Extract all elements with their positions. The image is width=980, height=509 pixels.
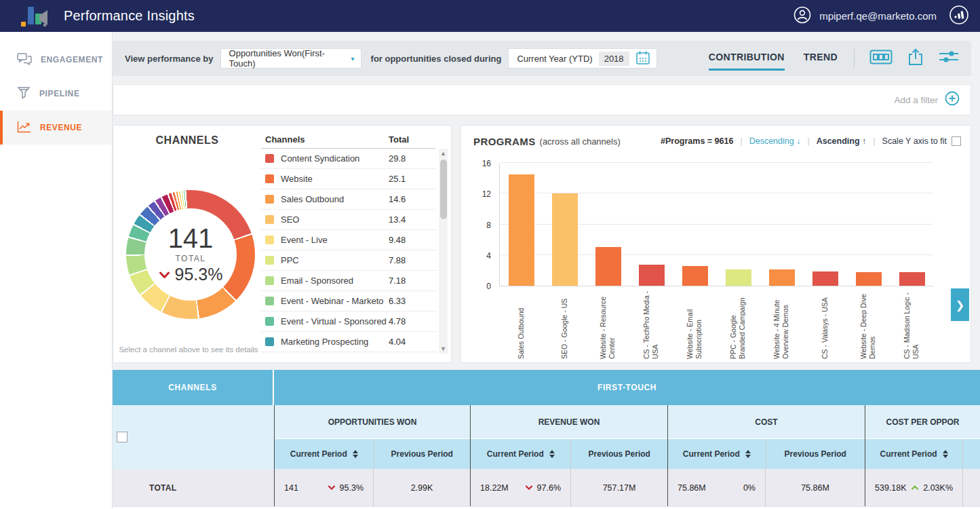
x-axis-label: Sales Outbound [517, 290, 526, 359]
sort-icon[interactable] [943, 450, 948, 458]
channels-donut-chart[interactable]: 141 TOTAL 95.3% [126, 190, 255, 319]
channels-panel: CHANNELS 141 TOTAL 95.3% Select a channe… [113, 125, 452, 363]
donut-total-value: 141 [168, 225, 214, 252]
channel-list-item[interactable]: Email - Sponsored 7.18 [261, 271, 436, 291]
user-email[interactable]: mpiperf.qe@marketo.com [819, 10, 937, 22]
arrow-up-icon: ↑ [862, 136, 866, 146]
marketo-logo-icon[interactable] [949, 5, 969, 28]
program-bar[interactable] [812, 271, 838, 286]
previous-period-header[interactable]: Previous Period [766, 439, 865, 469]
chevron-down-icon: ▾ [351, 55, 355, 62]
add-filter-label[interactable]: Add a filter [894, 95, 938, 105]
channel-color-chip [265, 235, 274, 244]
group-label: COST PER OPPOR [865, 405, 980, 439]
value-cell: 18.22M 97.6% [470, 469, 570, 506]
channel-list-item[interactable]: Content Syndication 29.8 [261, 149, 436, 169]
channel-list-item[interactable]: SEO 13.4 [261, 210, 436, 230]
program-bar[interactable] [856, 272, 882, 286]
toolbar-divider [854, 48, 855, 69]
channel-total: 4.78 [389, 316, 436, 326]
channels-list-scrollbar[interactable]: ▲ ▼ [439, 149, 448, 354]
donut-center: 141 TOTAL 95.3% [144, 208, 237, 301]
program-bar[interactable] [682, 266, 708, 286]
sidebar-item-engagement[interactable]: ENGAGEMENT [0, 43, 112, 77]
x-axis-label: Website - Resource Center [599, 290, 616, 359]
sort-icon[interactable] [745, 450, 751, 458]
channel-total: 7.88 [389, 255, 436, 265]
view-by-value: Opportunities Won(First-Touch) [229, 48, 351, 69]
channel-list-item[interactable]: Event - Virtual - Sponsored 4.78 [261, 312, 436, 332]
current-period-header[interactable]: Current Period [471, 439, 570, 469]
program-bar[interactable] [726, 269, 751, 286]
previous-period-header[interactable]: Previous Period [374, 439, 471, 469]
channel-list-item[interactable]: Event - Webinar - Marketo 6.33 [261, 291, 436, 312]
current-period-header[interactable]: Current Period [275, 439, 374, 469]
sidebar-item-label: ENGAGEMENT [41, 55, 103, 64]
program-bar[interactable] [899, 272, 925, 286]
add-filter-plus-icon[interactable] [945, 91, 960, 109]
card-view-icon[interactable] [869, 50, 893, 67]
program-bar[interactable] [769, 269, 795, 286]
sort-icon[interactable] [353, 450, 358, 458]
arrow-down-icon [525, 485, 533, 491]
value-cell: 757.17M [570, 469, 667, 506]
engagement-chat-icon [17, 53, 32, 67]
revenue-chart-icon [17, 121, 31, 135]
table-row-total[interactable]: TOTAL 141 95.3% 2.99K 18.22M 97.6% 757.1… [113, 469, 980, 506]
period-label: for opportunities closed during [371, 54, 502, 64]
cell-delta: 0% [743, 483, 756, 493]
current-period-header[interactable]: Current Period [668, 439, 766, 469]
channel-list-item[interactable]: Website 25.1 [261, 169, 436, 189]
sidebar-item-revenue[interactable]: REVENUE [0, 111, 112, 145]
value-cell-clipped [962, 469, 980, 506]
value-cell: 75.86M 0% [667, 469, 765, 506]
channel-color-chip [265, 174, 274, 183]
view-by-dropdown[interactable]: Opportunities Won(First-Touch) ▾ [220, 48, 361, 69]
filter-bar: Add a filter [113, 84, 971, 115]
channel-list-item[interactable]: Marketing Prospecting 4.04 [261, 332, 436, 352]
cell-value: 18.22M [480, 483, 509, 493]
chart-next-page-button[interactable]: ❯ [951, 288, 969, 321]
cell-value: 757.17M [603, 483, 636, 493]
cell-delta: 97.6% [537, 483, 561, 493]
period-dropdown[interactable]: Current Year (YTD) 2018 [508, 48, 656, 69]
y-axis-tick: 12 [471, 189, 491, 199]
channel-list-item[interactable]: PPC 7.88 [261, 250, 436, 271]
settings-sliders-icon[interactable] [939, 50, 959, 67]
x-axis-label: Website - 4 Minute Overview Demos [772, 290, 789, 359]
select-all-checkbox[interactable] [117, 432, 128, 442]
user-avatar-icon[interactable] [793, 6, 811, 26]
program-bar[interactable] [552, 193, 578, 286]
previous-period-header [962, 439, 980, 469]
programs-bar-chart: 0481216 Sales OutboundSEO - Google - USW… [461, 157, 972, 360]
calendar-icon[interactable] [635, 50, 650, 67]
previous-period-header[interactable]: Previous Period [570, 439, 667, 469]
scroll-down-icon[interactable]: ▼ [439, 345, 448, 352]
sidebar-item-pipeline[interactable]: PIPELINE [0, 77, 112, 111]
program-bar[interactable] [595, 247, 621, 286]
table-group-cost-per-oppor: COST PER OPPOR Current Period [865, 405, 980, 469]
current-period-header[interactable]: Current Period [865, 439, 962, 469]
channel-total: 14.6 [389, 194, 436, 204]
arrow-up-icon [911, 485, 919, 491]
program-bar[interactable] [509, 174, 534, 286]
tab-trend[interactable]: TREND [804, 46, 838, 71]
channel-list-item[interactable]: Sales Outbound 14.6 [261, 189, 436, 210]
group-label: COST [668, 405, 865, 439]
program-bar[interactable] [639, 265, 665, 286]
scale-y-axis-checkbox[interactable] [952, 136, 961, 146]
value-cell: 141 95.3% [274, 469, 373, 506]
export-share-icon[interactable] [907, 48, 924, 69]
value-cell: 539.18K 2.03K% [865, 469, 962, 506]
channels-list: Channels Total Content Syndication 29.8 … [261, 131, 436, 352]
sort-descending-link[interactable]: Descending ↓ [749, 136, 801, 146]
tab-contribution[interactable]: CONTRIBUTION [709, 46, 785, 71]
sort-icon[interactable] [549, 450, 555, 458]
channel-color-chip [265, 256, 274, 265]
scrollbar-thumb[interactable] [440, 159, 447, 219]
x-axis-label: SEO - Google - US [560, 290, 569, 359]
sort-ascending-link[interactable]: Ascending ↑ [817, 136, 867, 146]
scroll-up-icon[interactable]: ▲ [439, 150, 448, 157]
channel-list-item[interactable]: Event - Live 9.48 [261, 230, 436, 250]
app-header: Performance Insights mpiperf.qe@marketo.… [0, 0, 980, 32]
